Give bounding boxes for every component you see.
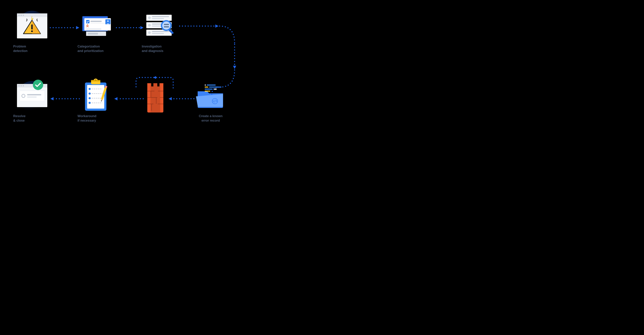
step-label-line: and prioritization (78, 49, 116, 53)
step-investigation: Investigation and diagnosis (141, 11, 180, 53)
workaround-icon (80, 80, 112, 111)
arrow-5-6 (50, 96, 80, 102)
svg-rect-4 (88, 33, 98, 34)
svg-point-17 (148, 24, 151, 26)
svg-marker-70 (215, 24, 218, 28)
svg-point-53 (88, 88, 91, 90)
step-label-line: Workaround (78, 114, 116, 118)
step-label-line: Categorization (78, 44, 116, 49)
svg-marker-71 (233, 66, 236, 69)
svg-rect-15 (152, 18, 164, 19)
svg-rect-31 (209, 86, 221, 88)
investigation-icon (144, 11, 177, 41)
step-error-record: Create a known error record (191, 80, 230, 123)
svg-rect-25 (164, 24, 169, 25)
error-record-icon (194, 80, 227, 111)
svg-rect-34 (205, 91, 210, 92)
svg-rect-51 (91, 80, 100, 82)
svg-point-11 (107, 20, 109, 22)
svg-rect-14 (152, 16, 169, 17)
step-resolve: Resolve & close (12, 80, 52, 123)
step-label-line: Investigation (142, 44, 180, 49)
svg-point-21 (148, 31, 151, 34)
arrow-2-3 (116, 25, 144, 30)
svg-rect-28 (205, 84, 206, 86)
svg-rect-32 (205, 88, 213, 90)
svg-rect-9 (86, 28, 101, 30)
step-label-line: if necessary (78, 118, 116, 123)
step-problem-detection: Problem detection (12, 11, 52, 53)
svg-point-24 (162, 21, 171, 30)
problem-detection-icon (16, 11, 48, 41)
svg-rect-22 (152, 31, 169, 32)
step-label-line: Create a known (191, 114, 230, 118)
svg-point-55 (88, 97, 91, 99)
svg-rect-30 (205, 86, 208, 88)
svg-rect-33 (214, 88, 216, 90)
step-label-line: and diagnosis (142, 49, 180, 53)
svg-rect-23 (152, 33, 164, 34)
step-workaround: Workaround if necessary (77, 80, 116, 123)
svg-rect-7 (90, 21, 102, 22)
svg-point-1 (31, 30, 33, 32)
categorization-icon (80, 11, 112, 41)
svg-point-56 (88, 102, 91, 104)
step-label-line: Problem (13, 44, 52, 49)
arrow-4-wall (168, 96, 194, 102)
svg-point-13 (148, 16, 151, 19)
svg-marker-74 (153, 76, 156, 79)
step-label-line: & close (13, 118, 52, 123)
step-categorization: Categorization and prioritization (77, 11, 116, 53)
step-label-line: Resolve (13, 114, 52, 118)
svg-point-54 (88, 92, 91, 95)
resolve-icon (16, 80, 48, 111)
arrow-1-2 (50, 25, 80, 30)
step-label-line: error record (191, 118, 230, 123)
svg-rect-0 (31, 24, 33, 30)
obstacle-wall-icon (141, 80, 170, 114)
svg-rect-26 (164, 26, 169, 28)
svg-rect-29 (207, 84, 216, 86)
step-label-line: detection (13, 49, 52, 53)
